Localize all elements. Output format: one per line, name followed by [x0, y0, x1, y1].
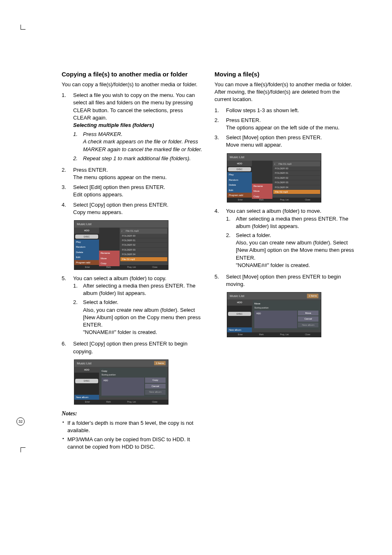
step-num: 3.	[214, 134, 226, 149]
step-4: 4. You can select a album (folder) to mo…	[214, 207, 355, 271]
ss-sidebar: HDD DISC Play Random Delete Edit Program…	[74, 228, 99, 265]
note-item: If a folder's depth is more than 5 level…	[67, 419, 202, 434]
step-num: 1.	[214, 107, 226, 114]
ss-footer-mark: Mark	[106, 401, 111, 403]
step-2: 2. Press ENTER.The options appear on the…	[214, 117, 355, 131]
ss-disc: DISC	[228, 167, 251, 171]
sub-num: 1.	[73, 282, 83, 297]
step-num: 4.	[62, 201, 73, 216]
ss-header: ♪File 01.mp3	[273, 161, 320, 166]
step-1: 1. Select a file you wish to copy on the…	[62, 92, 202, 164]
step-3: 3. Select [Move] option then press ENTER…	[214, 134, 355, 149]
panel-title: Copy	[101, 369, 166, 373]
step-1: 1. Follow steps 1-3 as shown left.	[214, 107, 355, 114]
ss-hdd: HDD	[227, 299, 252, 305]
ss-folder: FOLDER 04	[120, 252, 167, 257]
copy-panel: Copy Storing position HDD Copy Cancel Ne…	[100, 368, 167, 397]
left-intro: You can copy a file(s)/folder(s) to anot…	[62, 81, 202, 88]
step-3: 3. Select [Edit] option then press ENTER…	[62, 184, 202, 198]
sub-num: 2.	[226, 232, 236, 269]
right-steps-cont: 4. You can select a album (folder) to mo…	[214, 207, 355, 288]
ss-random: Random	[74, 244, 99, 249]
selecting-multiple-heading: Selecting multiple files (folders)	[73, 122, 202, 129]
ss-hdd: HDD	[74, 228, 99, 233]
left-steps: 1. Select a file you wish to copy on the…	[62, 92, 202, 216]
ss-footer-close: Close	[305, 333, 310, 336]
copy-btn: Copy	[145, 378, 166, 382]
sub-step: 1. Press MARKER.A check mark appears on …	[73, 131, 202, 153]
left-column: Copying a file(s) to another media or fo…	[62, 70, 202, 452]
sub-steps: 1. Press MARKER.A check mark appears on …	[73, 131, 202, 162]
ss-items: 1 Items	[154, 361, 166, 365]
step-num: 3.	[62, 184, 73, 198]
left-title: Copying a file(s) to another media or fo…	[62, 70, 202, 78]
ss-sidebar: HDD DISC New album	[74, 367, 99, 400]
step-content: Select [Copy] option then press ENTER to…	[73, 340, 202, 355]
step-content: Select [Copy] option then press ENTER.Co…	[73, 201, 202, 216]
crop-mark-bottom	[21, 447, 25, 452]
ss-folder: FOLDER 01	[120, 238, 167, 243]
right-steps: 1. Follow steps 1-3 as shown left. 2. Pr…	[214, 107, 355, 149]
ss-body: HDD DISC New album Copy Storing position…	[74, 367, 168, 400]
sub-step: 1. After selecting a media then press EN…	[73, 282, 202, 297]
ss-footer-prog: Prog. List	[280, 198, 288, 201]
ss-hdd: HDD	[227, 161, 252, 166]
ss-file-highlight: File 02.mp3	[120, 257, 167, 262]
ss-body: HDD DISC New album Move Storing position…	[227, 299, 321, 332]
ss-footer-prog: Prog. List	[127, 266, 136, 269]
ss-program: Program add	[227, 193, 252, 198]
ss-rename: Rename	[99, 251, 120, 256]
sub-num: 2.	[73, 299, 83, 336]
ss-body: HDD DISC Play Random Delete Edit Program…	[74, 228, 168, 265]
ss-edit: Edit	[227, 188, 252, 193]
panel-title: Move	[254, 302, 318, 305]
ss-title: Music List	[74, 221, 168, 228]
right-column: Moving a file(s) You can move a file(s)/…	[214, 70, 355, 452]
step-num: 1.	[62, 92, 73, 164]
ss-footer-mark: Mark	[259, 333, 264, 336]
ss-folder: FOLDER 00	[120, 234, 167, 238]
step-num: 5.	[214, 273, 226, 288]
ss-main: Copy Storing position HDD Copy Cancel Ne…	[99, 367, 168, 400]
sub-step: 1. After selecting a media then press EN…	[226, 215, 355, 230]
ss-disc: DISC	[75, 379, 98, 383]
step-content: You can select a album (folder) to copy.…	[73, 275, 202, 338]
ss-folder: FOLDER 03	[273, 180, 320, 185]
ss-edit: Edit	[74, 255, 99, 260]
notes-heading: Notes:	[62, 410, 202, 418]
ss-title: Music List	[227, 154, 321, 161]
screenshot-move-menu: Music List HDD DISC Play Random Delete E…	[227, 153, 321, 203]
sub-num: 1.	[73, 131, 83, 153]
ss-move: Move	[99, 256, 120, 261]
ss-submenu: Rename Move Copy	[99, 228, 120, 265]
panel-body: HDD Copy Cancel New album	[101, 378, 166, 395]
ss-body: HDD DISC Play Random Delete Edit Program…	[227, 161, 321, 198]
step-text: Select a file you wish to copy on the me…	[73, 92, 195, 121]
ss-sidebar: HDD DISC Play Random Delete Edit Program…	[227, 161, 252, 198]
sub-text: Repeat step 1 to mark additional file (f…	[83, 155, 202, 162]
ss-footer-mark: Mark	[106, 266, 111, 269]
step-content: Press ENTER.The menu options appear on t…	[73, 166, 202, 181]
panel-body: HDD Move Cancel New album	[254, 311, 318, 328]
sub-step: 2. Repeat step 1 to mark additional file…	[73, 155, 202, 162]
ss-footer-prog: Prog. List	[127, 401, 136, 403]
ss-move: Move	[252, 189, 272, 193]
ss-main: Move Storing position HDD Move Cancel Ne…	[252, 299, 321, 332]
hdd-icon: HDD	[255, 312, 262, 315]
ss-footer: Enter Mark Prog. List Close	[74, 265, 168, 269]
ss-play: Play	[227, 172, 252, 177]
cancel-btn: Cancel	[145, 384, 166, 389]
sub-steps: 1. After selecting a media then press EN…	[73, 282, 202, 336]
ss-folder: FOLDER 03	[120, 248, 167, 252]
ss-folder: FOLDER 02	[120, 243, 167, 247]
step-content: Select a file you wish to copy on the me…	[73, 92, 202, 164]
ss-disc: DISC	[75, 235, 98, 239]
step-num: 2.	[214, 117, 226, 131]
ss-footer-close: Close	[152, 401, 157, 403]
screenshot-copy-panel: Music List 1 Items HDD DISC New album Co…	[74, 359, 168, 405]
hdd-icon: HDD	[102, 379, 109, 382]
right-title: Moving a file(s)	[214, 70, 355, 78]
ss-main: ♪File 01.mp3 FOLDER 00 FOLDER 01 FOLDER …	[272, 161, 321, 198]
newalbum-btn: New album	[298, 322, 318, 327]
sub-text: Select a folder.Also, you can create new…	[236, 232, 355, 269]
